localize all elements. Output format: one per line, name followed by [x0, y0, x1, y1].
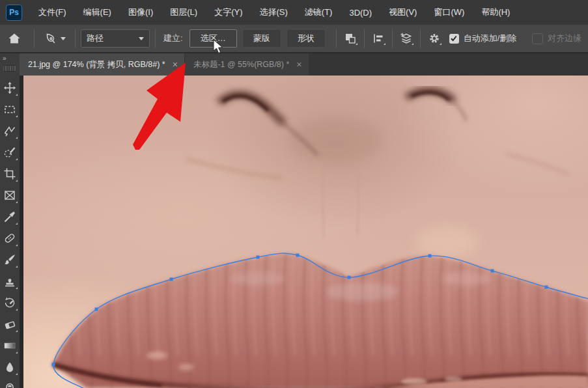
- dodge-tool[interactable]: [0, 378, 20, 388]
- auto-add-delete-label: 自动添加/删除: [464, 33, 517, 44]
- flyout-indicator: [16, 287, 18, 289]
- flyout-indicator: [16, 180, 18, 182]
- mouse-cursor-icon: [212, 39, 224, 55]
- object-selection-tool[interactable]: [0, 141, 20, 163]
- make-shape-button[interactable]: 形状: [287, 29, 326, 48]
- canvas-image[interactable]: [23, 76, 588, 388]
- tool-options-bar: 路径 建立: 选区… 蒙版 形状: [0, 25, 588, 53]
- document-tab-bar: 21.jpg @ 174% (背景 拷贝, RGB/8#) * × 未标题-1 …: [20, 53, 588, 76]
- flyout-indicator: [16, 223, 18, 225]
- menu-filter[interactable]: 滤镜(T): [296, 0, 341, 25]
- crop-tool[interactable]: [0, 163, 20, 184]
- separator: [155, 29, 156, 48]
- tools-panel: »: [0, 53, 20, 388]
- flyout-indicator: [440, 43, 441, 45]
- lasso-tool[interactable]: [0, 120, 20, 141]
- check-icon: [451, 36, 456, 41]
- move-tool[interactable]: [0, 77, 20, 98]
- flyout-indicator: [16, 309, 18, 311]
- blur-tool[interactable]: [0, 356, 20, 378]
- path-arrangement-icon[interactable]: [398, 30, 415, 47]
- expand-panel-icon[interactable]: »: [0, 53, 20, 63]
- pen-tool-icon[interactable]: [44, 31, 58, 46]
- flyout-indicator: [356, 43, 357, 45]
- separator: [420, 29, 421, 48]
- flyout-indicator: [16, 373, 18, 375]
- gear-icon[interactable]: [426, 30, 443, 47]
- separator: [34, 29, 35, 48]
- brush-tool[interactable]: [0, 249, 20, 270]
- make-label: 建立:: [163, 33, 183, 44]
- flyout-indicator: [16, 352, 18, 353]
- auto-add-delete-checkbox[interactable]: [449, 34, 459, 44]
- menu-3d[interactable]: 3D(D): [341, 0, 380, 25]
- red-arrow-annotation: [126, 57, 193, 155]
- tool-mode-value: 路径: [87, 33, 104, 44]
- path-operations-icon[interactable]: [342, 30, 359, 47]
- menu-view[interactable]: 视图(V): [380, 0, 425, 25]
- menu-help[interactable]: 帮助(H): [473, 0, 518, 25]
- menu-select[interactable]: 选择(S): [251, 0, 296, 25]
- flyout-indicator: [16, 115, 18, 117]
- align-edges-checkbox: [532, 33, 543, 44]
- chevron-down-icon: [139, 37, 144, 40]
- separator: [364, 29, 365, 48]
- separator: [75, 29, 76, 48]
- chevron-down-icon[interactable]: [61, 37, 66, 40]
- menu-edit[interactable]: 编辑(E): [75, 0, 120, 25]
- clone-stamp-tool[interactable]: [0, 270, 20, 292]
- flyout-indicator: [16, 94, 18, 96]
- flyout-indicator: [16, 137, 18, 139]
- menu-window[interactable]: 窗口(W): [425, 0, 473, 25]
- nose-shading: [186, 90, 569, 258]
- flyout-indicator: [16, 266, 18, 268]
- tab-untitled-1[interactable]: 未标题-1 @ 55%(RGB/8) * ×: [185, 53, 309, 76]
- spot-healing-brush-tool[interactable]: [0, 227, 20, 249]
- menu-file[interactable]: 文件(F): [30, 0, 75, 25]
- flyout-indicator: [412, 43, 413, 45]
- home-icon[interactable]: [8, 32, 21, 45]
- photoshop-logo: Ps: [6, 5, 22, 21]
- menu-image[interactable]: 图像(I): [120, 0, 161, 25]
- menu-bar: Ps 文件(F) 编辑(E) 图像(I) 图层(L) 文字(Y) 选择(S) 滤…: [0, 0, 588, 25]
- path-alignment-icon[interactable]: [370, 30, 387, 47]
- eyedropper-tool[interactable]: [0, 206, 20, 227]
- eraser-tool[interactable]: [0, 313, 20, 335]
- panel-grip[interactable]: [3, 65, 16, 72]
- align-edges-label: 对齐边缘: [548, 33, 581, 44]
- tool-mode-dropdown[interactable]: 路径: [81, 29, 150, 48]
- flyout-indicator: [384, 43, 385, 45]
- tab-title: 未标题-1 @ 55%(RGB/8) *: [193, 59, 289, 70]
- close-icon[interactable]: ×: [296, 60, 301, 69]
- separator: [336, 29, 337, 48]
- flyout-indicator: [16, 244, 18, 246]
- gradient-tool[interactable]: [0, 335, 20, 356]
- upper-lip: [43, 238, 588, 388]
- separator: [392, 29, 393, 48]
- flyout-indicator: [16, 330, 18, 332]
- menu-type[interactable]: 文字(Y): [206, 0, 251, 25]
- history-brush-tool[interactable]: [0, 292, 20, 313]
- menu-layer[interactable]: 图层(L): [161, 0, 206, 25]
- flyout-indicator: [16, 158, 18, 160]
- make-mask-button[interactable]: 蒙版: [242, 29, 281, 48]
- flyout-indicator: [16, 201, 18, 203]
- rectangular-marquee-tool[interactable]: [0, 98, 20, 120]
- frame-tool[interactable]: [0, 184, 20, 206]
